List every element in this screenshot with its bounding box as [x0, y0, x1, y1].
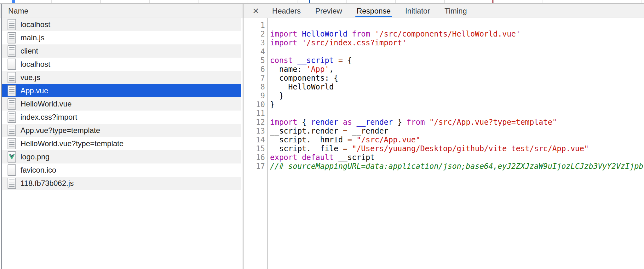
script-file-icon — [8, 32, 16, 43]
code-line: //# sourceMappingURL=data:application/js… — [270, 162, 644, 171]
code-line: import { render as __render } from "/src… — [270, 118, 644, 127]
code-line: } — [270, 91, 644, 100]
request-list[interactable]: localhost main.js client localhost vue.j… — [2, 18, 241, 269]
tab-timing[interactable]: Timing — [445, 4, 467, 18]
load-event-marker — [492, 0, 493, 3]
code-line: __script.__file = "/Users/yuuang/Desktop… — [270, 144, 644, 153]
request-row[interactable]: favicon.ico — [2, 163, 241, 177]
request-row[interactable]: App.vue?type=template — [2, 124, 241, 137]
response-source-view[interactable]: 1234567891011121314151617 import HelloWo… — [244, 18, 644, 269]
code-line — [270, 109, 644, 118]
line-number: 8 — [244, 83, 265, 91]
code-line: components: { — [270, 74, 644, 83]
code-line — [270, 21, 644, 30]
code-line: __script.__hmrId = "/src/App.vue" — [270, 135, 644, 144]
blank-file-icon — [8, 164, 16, 176]
request-name: App.vue — [20, 86, 48, 95]
tab-response[interactable]: Response — [357, 4, 391, 18]
request-row[interactable]: vue.js — [2, 71, 241, 84]
line-number: 7 — [244, 74, 265, 83]
code-line: import HelloWorld from '/src/components/… — [270, 30, 644, 38]
request-row[interactable]: logo.png — [2, 150, 241, 163]
request-name: 118.fb73b062.js — [20, 179, 74, 188]
script-file-icon — [8, 138, 16, 149]
script-file-icon — [8, 112, 16, 123]
request-name: vue.js — [20, 73, 40, 82]
request-name: logo.png — [20, 152, 49, 161]
line-number: 11 — [244, 109, 265, 118]
resource-bar-marker — [12, 0, 15, 3]
name-column-header[interactable]: Name — [0, 4, 243, 18]
request-name: favicon.ico — [20, 166, 56, 175]
request-name: localhost — [20, 60, 50, 69]
line-number-gutter: 1234567891011121314151617 — [244, 18, 268, 269]
request-row[interactable]: 118.fb73b062.js — [2, 177, 241, 190]
line-number: 9 — [244, 91, 265, 100]
tab-preview[interactable]: Preview — [315, 4, 342, 18]
script-file-icon — [8, 72, 16, 83]
script-file-icon — [8, 19, 16, 30]
script-file-icon — [8, 45, 16, 57]
name-column-label: Name — [8, 7, 28, 15]
script-file-icon — [8, 85, 16, 96]
request-row[interactable]: localhost — [2, 18, 241, 31]
request-row-selected[interactable]: App.vue — [2, 84, 241, 97]
line-number: 6 — [244, 65, 265, 74]
code-content: import HelloWorld from '/src/components/… — [268, 18, 644, 269]
request-name: client — [20, 47, 38, 55]
code-line: import '/src/index.css?import' — [270, 38, 644, 47]
network-overview-timeline[interactable] — [0, 0, 644, 3]
request-name: HelloWorld.vue?type=template — [20, 139, 124, 148]
code-line: } — [270, 100, 644, 109]
line-number: 14 — [244, 135, 265, 144]
tab-initiator[interactable]: Initiator — [405, 4, 430, 18]
request-row[interactable]: HelloWorld.vue?type=template — [2, 137, 241, 150]
request-row[interactable]: localhost — [2, 58, 241, 71]
code-line — [270, 47, 644, 56]
line-number: 4 — [244, 47, 265, 56]
vue-logo-icon — [8, 151, 16, 163]
request-name: HelloWorld.vue — [20, 100, 72, 108]
line-number: 1 — [244, 21, 265, 30]
request-row[interactable]: HelloWorld.vue — [2, 97, 241, 111]
blank-file-icon — [8, 59, 16, 70]
script-file-icon — [8, 125, 16, 136]
line-number: 3 — [244, 38, 265, 47]
request-row[interactable]: client — [2, 44, 241, 58]
line-number: 13 — [244, 127, 265, 135]
line-number: 15 — [244, 144, 265, 153]
request-name: main.js — [20, 33, 44, 42]
code-line: HelloWorld — [270, 83, 644, 91]
dom-content-loaded-marker — [309, 0, 310, 3]
line-number: 10 — [244, 100, 265, 109]
script-file-icon — [8, 178, 16, 189]
devtools-network-panel: Name localhost main.js client localhost … — [0, 0, 644, 269]
line-number: 16 — [244, 153, 265, 162]
code-line: __script.render = __render — [270, 127, 644, 135]
request-row[interactable]: index.css?import — [2, 111, 241, 124]
line-number: 5 — [244, 56, 265, 65]
line-number: 2 — [244, 30, 265, 38]
detail-tab-bar: ✕ Headers Preview Response Initiator Tim… — [244, 4, 644, 18]
request-detail-panel: ✕ Headers Preview Response Initiator Tim… — [244, 4, 644, 269]
line-number: 17 — [244, 162, 265, 171]
request-list-panel: Name localhost main.js client localhost … — [0, 4, 244, 269]
tab-headers[interactable]: Headers — [272, 4, 301, 18]
close-icon[interactable]: ✕ — [252, 7, 259, 15]
request-name: index.css?import — [20, 113, 77, 122]
request-row[interactable]: main.js — [2, 31, 241, 44]
line-number: 12 — [244, 118, 265, 127]
code-line: const __script = { — [270, 56, 644, 65]
request-name: localhost — [20, 20, 50, 29]
code-line: export default __script — [270, 153, 644, 162]
code-line: name: 'App', — [270, 65, 644, 74]
script-file-icon — [8, 98, 16, 110]
request-name: App.vue?type=template — [20, 126, 100, 135]
